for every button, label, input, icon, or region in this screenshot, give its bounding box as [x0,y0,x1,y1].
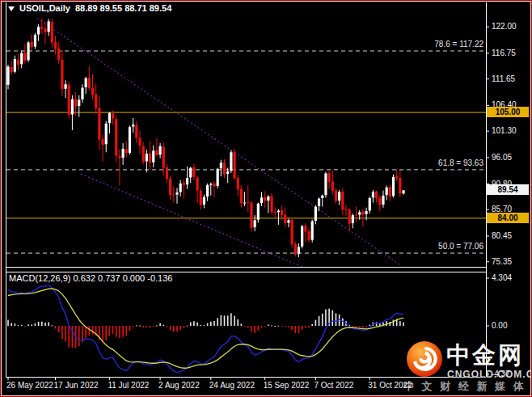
watermark-brand: 中金网 [446,340,524,372]
symbol-dropdown-icon[interactable] [8,6,15,11]
date-label: 17 Jun 2022 [54,381,99,390]
fib-level-label: 61.8 = 93.63 [438,158,483,167]
current-price-badge: 89.54 [487,184,529,195]
price-panel[interactable] [6,19,486,268]
cngold-logo-icon [405,340,444,378]
date-label: 26 May 2022 [6,381,53,390]
price-tick-label: 116.75 [492,49,516,58]
macd-axis-label: 0.00 [492,321,507,331]
macd-panel[interactable] [7,285,404,372]
date-label: 24 Aug 2022 [209,381,255,390]
price-tick-label: 96.05 [492,153,512,163]
price-tick-label: 122.00 [492,22,517,32]
chart-window: USOIL,Daily 88.89 89.55 88.71 89.54 MACD… [0,0,532,397]
chart-ohlc-quote: 88.89 89.55 88.71 89.54 [75,3,171,13]
price-tick-label: 101.30 [492,126,517,136]
macd-axis-label: -4.37 [492,370,510,379]
price-tick-label: 80.45 [492,231,512,241]
date-label: 2 Aug 2022 [158,381,200,390]
chart-symbol-period: USOIL,Daily [19,3,70,13]
price-tick-label: 111.65 [492,74,515,84]
watermark-domain: CNGOLD.COM.CN [447,369,532,380]
date-label: 15 Sep 2022 [264,381,310,390]
macd-indicator-label: MACD(12,26,9) 0.632 0.737 0.000 -0.136 [9,273,172,283]
price-tick-label: 75.35 [492,257,512,267]
date-label: 11 Jul 2022 [108,381,149,390]
watermark-tagline: 中 文 财 经 新 媒 体 [403,379,526,394]
price-level-badge: 105.00 [487,107,529,117]
date-label: 31 Oct 2022 [368,381,412,390]
fib-level-label: 78.6 = 117.22 [434,40,483,49]
panel-frame [6,2,487,378]
chart-header: USOIL,Daily 88.89 89.55 88.71 89.54 [8,3,171,13]
macd-axis-label: 4.304 [492,273,512,283]
price-level-badge: 84.00 [487,213,529,223]
watermark: 中金网 CNGOLD.COM.CN [402,338,532,383]
fib-level-label: 50.0 = 77.06 [438,242,483,251]
date-label: 7 Oct 2022 [314,381,353,390]
